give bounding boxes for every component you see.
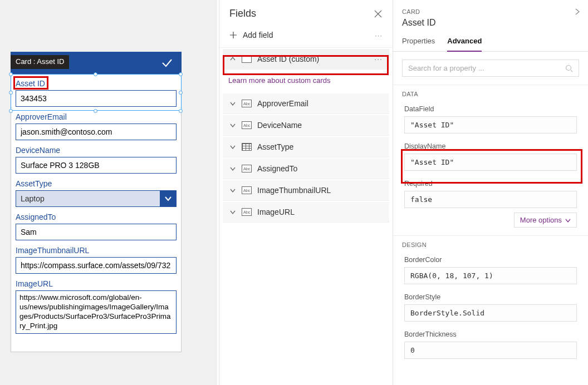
chevron-down-icon[interactable] <box>229 122 236 128</box>
text-icon <box>242 100 252 107</box>
field-item-label: DeviceName <box>257 121 302 130</box>
prop-label-borderthickness: BorderThickness <box>393 326 588 340</box>
field-item-asset-id[interactable]: Asset ID (custom) ··· <box>223 49 389 70</box>
canvas-area: Card : Asset ID Asset ID ApproverEmail D… <box>0 0 217 385</box>
panel-title: Asset ID <box>393 17 588 33</box>
asset-id-input[interactable] <box>16 90 177 107</box>
field-item-label: ApproverEmail <box>257 99 308 108</box>
text-icon <box>242 121 252 129</box>
field-item-device-name[interactable]: DeviceName <box>223 115 389 136</box>
learn-more-link[interactable]: Learn more about custom cards <box>219 71 393 92</box>
chevron-down-icon <box>565 218 571 223</box>
field-label: DeviceName <box>16 145 177 157</box>
card-tooltip: Card : Asset ID <box>11 55 69 69</box>
field-label: ApproverEmail <box>16 111 177 124</box>
image-thumbnail-url-input[interactable] <box>16 257 177 274</box>
field-approver-email[interactable]: ApproverEmail <box>11 108 181 141</box>
field-device-name[interactable]: DeviceName <box>11 141 181 175</box>
tab-advanced[interactable]: Advanced <box>447 33 482 52</box>
field-image-thumbnail-url[interactable]: ImageThumbnailURL <box>11 241 181 275</box>
breadcrumb: CARD <box>402 8 420 15</box>
prop-value-borderstyle[interactable]: BorderStyle.Solid <box>404 304 577 322</box>
prop-value-borderthickness[interactable]: 0 <box>404 342 577 359</box>
field-assigned-to[interactable]: AssignedTo <box>11 208 181 241</box>
resize-handle[interactable] <box>9 72 13 76</box>
chevron-down-icon[interactable] <box>229 144 236 150</box>
prop-label-bordercolor: BorderColor <box>393 251 588 266</box>
more-icon[interactable]: ··· <box>374 55 383 63</box>
select-value: Laptop <box>16 190 160 207</box>
resize-handle[interactable] <box>94 72 97 76</box>
properties-panel: CARD Asset ID Properties Advanced Search… <box>393 0 588 385</box>
form-card[interactable]: Asset ID ApproverEmail DeviceName AssetT… <box>11 74 182 352</box>
field-image-url[interactable]: ImageURL <box>11 275 181 337</box>
fields-panel-title: Fields <box>229 8 256 19</box>
plus-icon <box>229 31 237 39</box>
chevron-down-icon[interactable] <box>229 187 236 193</box>
chevron-right-icon[interactable] <box>575 8 580 16</box>
resize-handle[interactable] <box>9 91 13 95</box>
field-item-label: AssetType <box>257 142 293 151</box>
chevron-up-icon[interactable] <box>229 56 236 62</box>
field-label: AssetType <box>16 178 177 190</box>
resize-handle[interactable] <box>94 109 97 113</box>
resize-handle[interactable] <box>179 72 183 76</box>
chevron-down-icon[interactable] <box>229 166 236 171</box>
fields-list: Asset ID (custom) ··· Learn more about c… <box>219 49 393 223</box>
more-icon[interactable]: ··· <box>375 31 383 40</box>
field-item-image-url[interactable]: ImageURL <box>223 202 389 223</box>
field-label: Asset ID <box>16 78 177 90</box>
table-icon <box>242 143 252 151</box>
svg-point-0 <box>566 65 571 70</box>
field-item-image-thumbnail-url[interactable]: ImageThumbnailURL <box>223 180 389 201</box>
tab-properties[interactable]: Properties <box>402 33 435 51</box>
field-label: ImageURL <box>16 278 177 290</box>
more-options-label: More options <box>520 216 562 224</box>
text-icon <box>242 165 252 172</box>
add-field-button[interactable]: Add field <box>229 31 273 40</box>
prop-value-bordercolor[interactable]: RGBA(0, 18, 107, 1) <box>404 267 577 284</box>
image-url-textarea[interactable] <box>16 290 177 334</box>
field-item-label: ImageThumbnailURL <box>257 186 331 195</box>
prop-value-datafield[interactable]: "Asset ID" <box>404 116 577 134</box>
field-item-label: ImageURL <box>257 208 295 216</box>
resize-handle[interactable] <box>9 109 13 113</box>
chevron-down-icon[interactable] <box>229 101 236 106</box>
asset-type-select[interactable]: Laptop <box>16 190 177 207</box>
field-item-label: Asset ID (custom) <box>257 55 319 63</box>
section-data: DATA <box>393 85 588 101</box>
card-icon <box>242 55 252 63</box>
field-asset-type[interactable]: AssetType Laptop <box>11 175 181 208</box>
field-item-assigned-to[interactable]: AssignedTo <box>223 159 389 179</box>
chevron-down-icon[interactable] <box>160 190 177 207</box>
resize-handle[interactable] <box>179 91 183 95</box>
resize-handle[interactable] <box>179 109 183 113</box>
chevron-down-icon[interactable] <box>229 209 236 215</box>
property-tabs: Properties Advanced <box>393 33 588 52</box>
prop-value-required[interactable]: false <box>404 191 577 208</box>
text-icon <box>242 208 252 216</box>
close-icon[interactable] <box>374 9 383 18</box>
field-label: ImageThumbnailURL <box>16 245 177 257</box>
field-item-approver-email[interactable]: ApproverEmail <box>223 93 389 114</box>
prop-label-datafield: DataField <box>393 101 588 115</box>
prop-label-required: Required <box>393 175 588 190</box>
prop-label-displayname: DisplayName <box>393 138 588 152</box>
field-item-label: AssignedTo <box>257 164 297 173</box>
add-field-label: Add field <box>243 31 273 40</box>
fields-panel: Fields Add field ··· Asset ID (custom) ·… <box>219 0 393 385</box>
field-asset-id[interactable]: Asset ID <box>11 75 181 108</box>
text-icon <box>242 186 252 194</box>
field-item-asset-type[interactable]: AssetType <box>223 137 389 157</box>
more-options-button[interactable]: More options <box>514 213 577 228</box>
search-placeholder: Search for a property ... <box>408 64 484 72</box>
field-label: AssignedTo <box>16 211 177 224</box>
prop-value-displayname[interactable]: "Asset ID" <box>404 154 577 171</box>
submit-check-icon[interactable] <box>160 56 174 70</box>
approver-email-input[interactable] <box>16 124 177 140</box>
assigned-to-input[interactable] <box>16 224 177 240</box>
device-name-input[interactable] <box>16 157 177 174</box>
section-design: DESIGN <box>393 235 588 251</box>
search-icon <box>565 65 573 72</box>
property-search-input[interactable]: Search for a property ... <box>402 60 579 77</box>
